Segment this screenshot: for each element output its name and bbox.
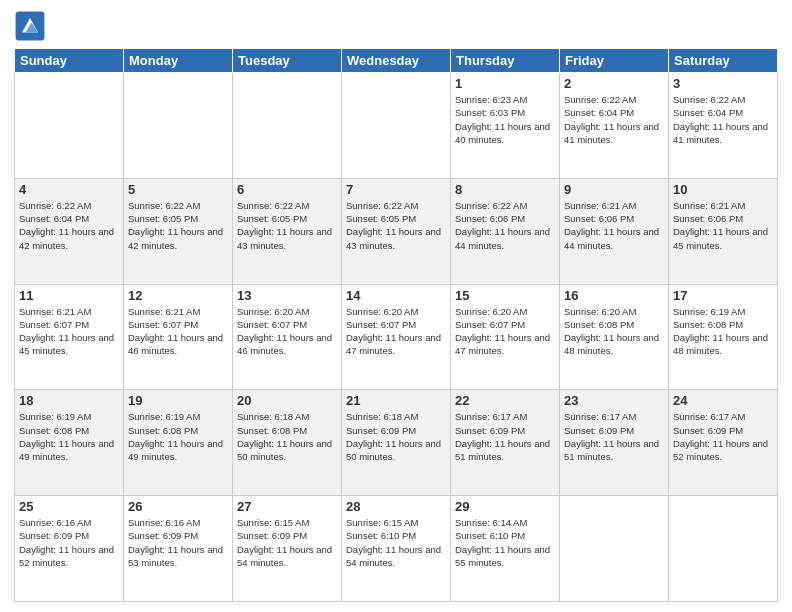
day-info: Sunrise: 6:21 AM Sunset: 6:07 PM Dayligh… [128,305,228,358]
day-info: Sunrise: 6:22 AM Sunset: 6:05 PM Dayligh… [346,199,446,252]
calendar-cell: 10Sunrise: 6:21 AM Sunset: 6:06 PM Dayli… [669,178,778,284]
day-info: Sunrise: 6:16 AM Sunset: 6:09 PM Dayligh… [128,516,228,569]
calendar-cell: 5Sunrise: 6:22 AM Sunset: 6:05 PM Daylig… [124,178,233,284]
day-number: 19 [128,393,228,408]
calendar-cell: 26Sunrise: 6:16 AM Sunset: 6:09 PM Dayli… [124,496,233,602]
calendar-week-3: 11Sunrise: 6:21 AM Sunset: 6:07 PM Dayli… [15,284,778,390]
day-number: 14 [346,288,446,303]
day-info: Sunrise: 6:21 AM Sunset: 6:06 PM Dayligh… [564,199,664,252]
calendar-cell: 28Sunrise: 6:15 AM Sunset: 6:10 PM Dayli… [342,496,451,602]
day-info: Sunrise: 6:20 AM Sunset: 6:07 PM Dayligh… [237,305,337,358]
calendar-cell: 1Sunrise: 6:23 AM Sunset: 6:03 PM Daylig… [451,73,560,179]
page: SundayMondayTuesdayWednesdayThursdayFrid… [0,0,792,612]
calendar-cell: 25Sunrise: 6:16 AM Sunset: 6:09 PM Dayli… [15,496,124,602]
day-number: 26 [128,499,228,514]
calendar-cell [560,496,669,602]
calendar-week-5: 25Sunrise: 6:16 AM Sunset: 6:09 PM Dayli… [15,496,778,602]
calendar-cell [669,496,778,602]
day-info: Sunrise: 6:22 AM Sunset: 6:04 PM Dayligh… [673,93,773,146]
day-info: Sunrise: 6:22 AM Sunset: 6:04 PM Dayligh… [564,93,664,146]
calendar-cell: 12Sunrise: 6:21 AM Sunset: 6:07 PM Dayli… [124,284,233,390]
calendar-cell: 9Sunrise: 6:21 AM Sunset: 6:06 PM Daylig… [560,178,669,284]
calendar-header-thursday: Thursday [451,49,560,73]
day-number: 29 [455,499,555,514]
day-number: 23 [564,393,664,408]
calendar-header-row: SundayMondayTuesdayWednesdayThursdayFrid… [15,49,778,73]
calendar-header-saturday: Saturday [669,49,778,73]
day-info: Sunrise: 6:22 AM Sunset: 6:05 PM Dayligh… [237,199,337,252]
calendar-header-wednesday: Wednesday [342,49,451,73]
calendar-cell [124,73,233,179]
day-number: 24 [673,393,773,408]
calendar-week-2: 4Sunrise: 6:22 AM Sunset: 6:04 PM Daylig… [15,178,778,284]
day-number: 8 [455,182,555,197]
calendar-cell: 18Sunrise: 6:19 AM Sunset: 6:08 PM Dayli… [15,390,124,496]
day-info: Sunrise: 6:19 AM Sunset: 6:08 PM Dayligh… [128,410,228,463]
day-info: Sunrise: 6:14 AM Sunset: 6:10 PM Dayligh… [455,516,555,569]
calendar-cell: 6Sunrise: 6:22 AM Sunset: 6:05 PM Daylig… [233,178,342,284]
day-info: Sunrise: 6:22 AM Sunset: 6:06 PM Dayligh… [455,199,555,252]
calendar-week-1: 1Sunrise: 6:23 AM Sunset: 6:03 PM Daylig… [15,73,778,179]
calendar-header-friday: Friday [560,49,669,73]
header [14,10,778,42]
day-number: 10 [673,182,773,197]
calendar: SundayMondayTuesdayWednesdayThursdayFrid… [14,48,778,602]
day-info: Sunrise: 6:18 AM Sunset: 6:09 PM Dayligh… [346,410,446,463]
day-info: Sunrise: 6:21 AM Sunset: 6:07 PM Dayligh… [19,305,119,358]
calendar-cell: 2Sunrise: 6:22 AM Sunset: 6:04 PM Daylig… [560,73,669,179]
day-info: Sunrise: 6:19 AM Sunset: 6:08 PM Dayligh… [19,410,119,463]
calendar-cell [342,73,451,179]
day-number: 7 [346,182,446,197]
calendar-cell [15,73,124,179]
day-number: 28 [346,499,446,514]
calendar-cell: 14Sunrise: 6:20 AM Sunset: 6:07 PM Dayli… [342,284,451,390]
day-number: 2 [564,76,664,91]
day-info: Sunrise: 6:22 AM Sunset: 6:04 PM Dayligh… [19,199,119,252]
day-number: 5 [128,182,228,197]
calendar-cell: 19Sunrise: 6:19 AM Sunset: 6:08 PM Dayli… [124,390,233,496]
day-number: 27 [237,499,337,514]
calendar-cell: 17Sunrise: 6:19 AM Sunset: 6:08 PM Dayli… [669,284,778,390]
logo [14,10,50,42]
day-info: Sunrise: 6:17 AM Sunset: 6:09 PM Dayligh… [673,410,773,463]
calendar-cell: 15Sunrise: 6:20 AM Sunset: 6:07 PM Dayli… [451,284,560,390]
day-number: 13 [237,288,337,303]
day-number: 6 [237,182,337,197]
day-info: Sunrise: 6:17 AM Sunset: 6:09 PM Dayligh… [564,410,664,463]
day-number: 3 [673,76,773,91]
day-info: Sunrise: 6:21 AM Sunset: 6:06 PM Dayligh… [673,199,773,252]
day-number: 21 [346,393,446,408]
calendar-cell: 3Sunrise: 6:22 AM Sunset: 6:04 PM Daylig… [669,73,778,179]
calendar-cell: 24Sunrise: 6:17 AM Sunset: 6:09 PM Dayli… [669,390,778,496]
calendar-cell: 7Sunrise: 6:22 AM Sunset: 6:05 PM Daylig… [342,178,451,284]
day-info: Sunrise: 6:22 AM Sunset: 6:05 PM Dayligh… [128,199,228,252]
calendar-header-sunday: Sunday [15,49,124,73]
calendar-cell: 27Sunrise: 6:15 AM Sunset: 6:09 PM Dayli… [233,496,342,602]
day-info: Sunrise: 6:15 AM Sunset: 6:09 PM Dayligh… [237,516,337,569]
day-number: 20 [237,393,337,408]
day-number: 25 [19,499,119,514]
day-info: Sunrise: 6:20 AM Sunset: 6:08 PM Dayligh… [564,305,664,358]
calendar-header-monday: Monday [124,49,233,73]
day-number: 4 [19,182,119,197]
calendar-cell: 4Sunrise: 6:22 AM Sunset: 6:04 PM Daylig… [15,178,124,284]
calendar-cell [233,73,342,179]
calendar-cell: 22Sunrise: 6:17 AM Sunset: 6:09 PM Dayli… [451,390,560,496]
calendar-cell: 11Sunrise: 6:21 AM Sunset: 6:07 PM Dayli… [15,284,124,390]
day-info: Sunrise: 6:17 AM Sunset: 6:09 PM Dayligh… [455,410,555,463]
calendar-header-tuesday: Tuesday [233,49,342,73]
calendar-cell: 21Sunrise: 6:18 AM Sunset: 6:09 PM Dayli… [342,390,451,496]
day-number: 16 [564,288,664,303]
day-number: 11 [19,288,119,303]
day-number: 12 [128,288,228,303]
day-info: Sunrise: 6:20 AM Sunset: 6:07 PM Dayligh… [455,305,555,358]
day-number: 15 [455,288,555,303]
day-info: Sunrise: 6:18 AM Sunset: 6:08 PM Dayligh… [237,410,337,463]
calendar-cell: 8Sunrise: 6:22 AM Sunset: 6:06 PM Daylig… [451,178,560,284]
day-info: Sunrise: 6:23 AM Sunset: 6:03 PM Dayligh… [455,93,555,146]
day-number: 9 [564,182,664,197]
day-number: 22 [455,393,555,408]
calendar-cell: 16Sunrise: 6:20 AM Sunset: 6:08 PM Dayli… [560,284,669,390]
calendar-week-4: 18Sunrise: 6:19 AM Sunset: 6:08 PM Dayli… [15,390,778,496]
calendar-cell: 23Sunrise: 6:17 AM Sunset: 6:09 PM Dayli… [560,390,669,496]
